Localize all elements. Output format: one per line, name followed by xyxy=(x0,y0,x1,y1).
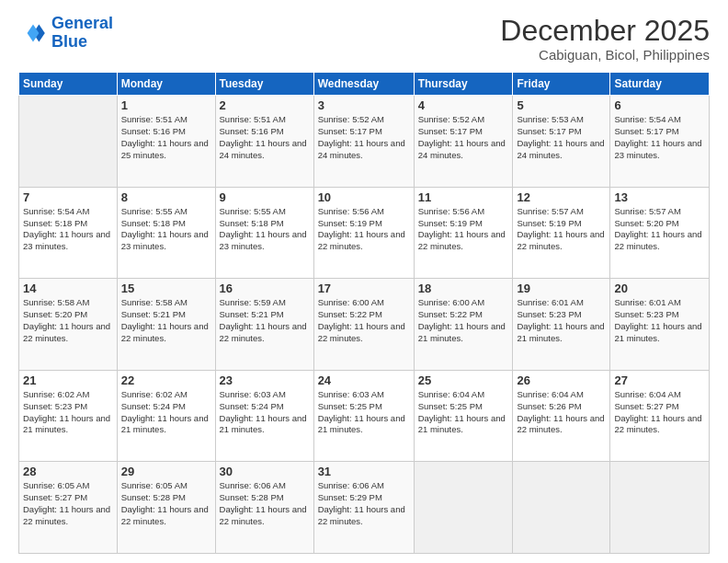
table-row xyxy=(414,462,513,554)
calendar-table: Sunday Monday Tuesday Wednesday Thursday… xyxy=(18,72,710,554)
cell-info: Sunrise: 6:02 AMSunset: 5:23 PMDaylight:… xyxy=(23,389,110,434)
table-row: 7 Sunrise: 5:54 AMSunset: 5:18 PMDayligh… xyxy=(19,187,118,279)
table-row: 19 Sunrise: 6:01 AMSunset: 5:23 PMDaylig… xyxy=(513,279,610,371)
table-row: 16 Sunrise: 5:59 AMSunset: 5:21 PMDaylig… xyxy=(215,279,313,371)
calendar-week-row: 7 Sunrise: 5:54 AMSunset: 5:18 PMDayligh… xyxy=(19,187,710,279)
day-number: 19 xyxy=(517,282,606,295)
table-row: 18 Sunrise: 6:00 AMSunset: 5:22 PMDaylig… xyxy=(414,279,513,371)
table-row: 24 Sunrise: 6:03 AMSunset: 5:25 PMDaylig… xyxy=(313,370,414,462)
day-number: 25 xyxy=(418,373,509,387)
table-row: 29 Sunrise: 6:05 AMSunset: 5:28 PMDaylig… xyxy=(117,462,215,554)
cell-info: Sunrise: 6:03 AMSunset: 5:25 PMDaylight:… xyxy=(318,389,405,434)
day-number: 12 xyxy=(517,190,606,204)
table-row xyxy=(19,96,118,188)
header: General Blue December 2025 Cabiguan, Bic… xyxy=(18,15,710,63)
col-friday: Friday xyxy=(513,73,610,96)
table-row: 8 Sunrise: 5:55 AMSunset: 5:18 PMDayligh… xyxy=(117,187,215,279)
cell-info: Sunrise: 5:57 AMSunset: 5:19 PMDaylight:… xyxy=(517,206,604,251)
day-number: 31 xyxy=(318,465,410,478)
cell-info: Sunrise: 6:06 AMSunset: 5:28 PMDaylight:… xyxy=(220,480,307,525)
calendar-week-row: 28 Sunrise: 6:05 AMSunset: 5:27 PMDaylig… xyxy=(19,462,710,554)
table-row: 11 Sunrise: 5:56 AMSunset: 5:19 PMDaylig… xyxy=(414,187,513,279)
month-title: December 2025 xyxy=(500,15,710,47)
table-row: 2 Sunrise: 5:51 AMSunset: 5:16 PMDayligh… xyxy=(215,96,313,188)
day-number: 27 xyxy=(614,373,705,387)
logo-general: General xyxy=(51,14,113,32)
cell-info: Sunrise: 5:52 AMSunset: 5:17 PMDaylight:… xyxy=(318,114,405,159)
cell-info: Sunrise: 6:05 AMSunset: 5:28 PMDaylight:… xyxy=(121,480,209,525)
table-row: 14 Sunrise: 5:58 AMSunset: 5:20 PMDaylig… xyxy=(19,279,118,371)
table-row: 20 Sunrise: 6:01 AMSunset: 5:23 PMDaylig… xyxy=(610,279,710,371)
cell-info: Sunrise: 6:02 AMSunset: 5:24 PMDaylight:… xyxy=(121,389,209,434)
cell-info: Sunrise: 6:05 AMSunset: 5:27 PMDaylight:… xyxy=(23,480,110,525)
table-row: 13 Sunrise: 5:57 AMSunset: 5:20 PMDaylig… xyxy=(610,187,710,279)
day-number: 15 xyxy=(121,282,211,295)
table-row: 22 Sunrise: 6:02 AMSunset: 5:24 PMDaylig… xyxy=(117,370,215,462)
cell-info: Sunrise: 6:04 AMSunset: 5:26 PMDaylight:… xyxy=(517,389,604,434)
cell-info: Sunrise: 5:54 AMSunset: 5:17 PMDaylight:… xyxy=(614,114,701,159)
col-wednesday: Wednesday xyxy=(313,73,414,96)
day-number: 18 xyxy=(418,282,509,295)
table-row: 30 Sunrise: 6:06 AMSunset: 5:28 PMDaylig… xyxy=(215,462,313,554)
day-number: 4 xyxy=(418,98,509,112)
day-number: 2 xyxy=(220,98,310,112)
cell-info: Sunrise: 6:01 AMSunset: 5:23 PMDaylight:… xyxy=(614,297,701,342)
cell-info: Sunrise: 5:56 AMSunset: 5:19 PMDaylight:… xyxy=(418,206,506,251)
cell-info: Sunrise: 5:58 AMSunset: 5:20 PMDaylight:… xyxy=(23,297,110,342)
cell-info: Sunrise: 5:53 AMSunset: 5:17 PMDaylight:… xyxy=(517,114,604,159)
table-row: 9 Sunrise: 5:55 AMSunset: 5:18 PMDayligh… xyxy=(215,187,313,279)
cell-info: Sunrise: 5:55 AMSunset: 5:18 PMDaylight:… xyxy=(220,206,307,251)
day-number: 13 xyxy=(614,190,705,204)
table-row: 3 Sunrise: 5:52 AMSunset: 5:17 PMDayligh… xyxy=(313,96,414,188)
title-block: December 2025 Cabiguan, Bicol, Philippin… xyxy=(500,15,710,63)
day-number: 17 xyxy=(318,282,410,295)
table-row: 5 Sunrise: 5:53 AMSunset: 5:17 PMDayligh… xyxy=(513,96,610,188)
table-row: 28 Sunrise: 6:05 AMSunset: 5:27 PMDaylig… xyxy=(19,462,118,554)
cell-info: Sunrise: 6:03 AMSunset: 5:24 PMDaylight:… xyxy=(220,389,307,434)
cell-info: Sunrise: 5:56 AMSunset: 5:19 PMDaylight:… xyxy=(318,206,405,251)
table-row: 4 Sunrise: 5:52 AMSunset: 5:17 PMDayligh… xyxy=(414,96,513,188)
logo-icon xyxy=(18,18,48,48)
table-row: 31 Sunrise: 6:06 AMSunset: 5:29 PMDaylig… xyxy=(313,462,414,554)
day-number: 24 xyxy=(318,373,410,387)
day-number: 26 xyxy=(517,373,606,387)
cell-info: Sunrise: 6:00 AMSunset: 5:22 PMDaylight:… xyxy=(418,297,506,342)
cell-info: Sunrise: 6:04 AMSunset: 5:27 PMDaylight:… xyxy=(614,389,701,434)
day-number: 10 xyxy=(318,190,410,204)
cell-info: Sunrise: 5:58 AMSunset: 5:21 PMDaylight:… xyxy=(121,297,209,342)
calendar-week-row: 1 Sunrise: 5:51 AMSunset: 5:16 PMDayligh… xyxy=(19,96,710,188)
table-row: 12 Sunrise: 5:57 AMSunset: 5:19 PMDaylig… xyxy=(513,187,610,279)
table-row: 27 Sunrise: 6:04 AMSunset: 5:27 PMDaylig… xyxy=(610,370,710,462)
cell-info: Sunrise: 5:51 AMSunset: 5:16 PMDaylight:… xyxy=(121,114,209,159)
calendar-week-row: 14 Sunrise: 5:58 AMSunset: 5:20 PMDaylig… xyxy=(19,279,710,371)
day-number: 20 xyxy=(614,282,705,295)
day-number: 1 xyxy=(121,98,211,112)
location: Cabiguan, Bicol, Philippines xyxy=(500,47,710,63)
table-row: 1 Sunrise: 5:51 AMSunset: 5:16 PMDayligh… xyxy=(117,96,215,188)
day-number: 7 xyxy=(23,190,113,204)
day-number: 14 xyxy=(23,282,113,295)
day-number: 8 xyxy=(121,190,211,204)
calendar-header-row: Sunday Monday Tuesday Wednesday Thursday… xyxy=(19,73,710,96)
day-number: 21 xyxy=(23,373,113,387)
table-row xyxy=(610,462,710,554)
table-row xyxy=(513,462,610,554)
calendar-week-row: 21 Sunrise: 6:02 AMSunset: 5:23 PMDaylig… xyxy=(19,370,710,462)
table-row: 26 Sunrise: 6:04 AMSunset: 5:26 PMDaylig… xyxy=(513,370,610,462)
day-number: 3 xyxy=(318,98,410,112)
day-number: 29 xyxy=(121,465,211,478)
table-row: 17 Sunrise: 6:00 AMSunset: 5:22 PMDaylig… xyxy=(313,279,414,371)
table-row: 6 Sunrise: 5:54 AMSunset: 5:17 PMDayligh… xyxy=(610,96,710,188)
day-number: 5 xyxy=(517,98,606,112)
day-number: 22 xyxy=(121,373,211,387)
cell-info: Sunrise: 6:06 AMSunset: 5:29 PMDaylight:… xyxy=(318,480,405,525)
cell-info: Sunrise: 5:57 AMSunset: 5:20 PMDaylight:… xyxy=(614,206,701,251)
day-number: 28 xyxy=(23,465,113,478)
cell-info: Sunrise: 6:00 AMSunset: 5:22 PMDaylight:… xyxy=(318,297,405,342)
table-row: 15 Sunrise: 5:58 AMSunset: 5:21 PMDaylig… xyxy=(117,279,215,371)
col-sunday: Sunday xyxy=(19,73,118,96)
day-number: 16 xyxy=(220,282,310,295)
col-monday: Monday xyxy=(117,73,215,96)
logo-blue: Blue xyxy=(51,32,87,51)
col-tuesday: Tuesday xyxy=(215,73,313,96)
